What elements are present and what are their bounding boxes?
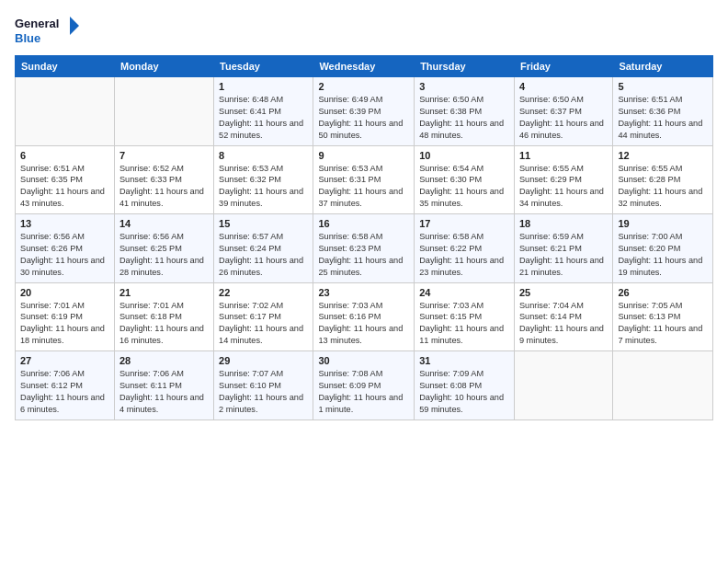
calendar-cell: 11Sunrise: 6:55 AM Sunset: 6:29 PM Dayli… [514,145,612,214]
calendar-cell [114,77,213,146]
calendar-cell: 12Sunrise: 6:55 AM Sunset: 6:28 PM Dayli… [613,145,713,214]
svg-text:General: General [15,17,59,30]
day-detail: Sunrise: 6:50 AM Sunset: 6:38 PM Dayligh… [419,94,509,142]
day-number: 21 [119,287,209,298]
day-detail: Sunrise: 6:52 AM Sunset: 6:33 PM Dayligh… [119,163,209,211]
day-detail: Sunrise: 7:07 AM Sunset: 6:10 PM Dayligh… [219,368,308,416]
calendar-cell: 25Sunrise: 7:04 AM Sunset: 6:14 PM Dayli… [514,282,612,351]
calendar-cell: 5Sunrise: 6:51 AM Sunset: 6:36 PM Daylig… [613,77,713,146]
day-number: 10 [419,150,509,161]
calendar-cell: 21Sunrise: 7:01 AM Sunset: 6:18 PM Dayli… [114,282,213,351]
weekday-header-wednesday: Wednesday [313,56,415,77]
day-number: 17 [419,218,509,229]
calendar-cell [514,351,612,420]
day-number: 31 [419,355,509,366]
calendar-cell: 9Sunrise: 6:53 AM Sunset: 6:31 PM Daylig… [313,145,415,214]
calendar-cell: 4Sunrise: 6:50 AM Sunset: 6:37 PM Daylig… [514,77,612,146]
calendar-cell: 2Sunrise: 6:49 AM Sunset: 6:39 PM Daylig… [313,77,415,146]
weekday-header-sunday: Sunday [16,56,115,77]
calendar-cell: 14Sunrise: 6:56 AM Sunset: 6:25 PM Dayli… [114,214,213,283]
calendar-cell: 24Sunrise: 7:03 AM Sunset: 6:15 PM Dayli… [415,282,515,351]
calendar-cell: 16Sunrise: 6:58 AM Sunset: 6:23 PM Dayli… [313,214,415,283]
day-detail: Sunrise: 6:57 AM Sunset: 6:24 PM Dayligh… [219,231,308,279]
day-number: 9 [318,150,409,161]
calendar-cell: 29Sunrise: 7:07 AM Sunset: 6:10 PM Dayli… [214,351,313,420]
day-number: 18 [519,218,608,229]
day-number: 29 [219,355,308,366]
day-detail: Sunrise: 6:54 AM Sunset: 6:30 PM Dayligh… [419,163,509,211]
day-detail: Sunrise: 7:04 AM Sunset: 6:14 PM Dayligh… [519,300,608,348]
calendar-cell: 18Sunrise: 6:59 AM Sunset: 6:21 PM Dayli… [514,214,612,283]
day-number: 13 [20,218,109,229]
calendar-cell [613,351,713,420]
logo-svg: General Blue [15,13,79,50]
day-number: 5 [618,81,708,92]
day-number: 27 [20,355,109,366]
weekday-header-saturday: Saturday [613,56,713,77]
calendar-cell: 22Sunrise: 7:02 AM Sunset: 6:17 PM Dayli… [214,282,313,351]
weekday-header-thursday: Thursday [415,56,515,77]
day-number: 8 [219,150,308,161]
day-detail: Sunrise: 7:02 AM Sunset: 6:17 PM Dayligh… [219,300,308,348]
day-number: 15 [219,218,308,229]
day-number: 7 [119,150,209,161]
calendar-cell: 17Sunrise: 6:58 AM Sunset: 6:22 PM Dayli… [415,214,515,283]
day-detail: Sunrise: 7:09 AM Sunset: 6:08 PM Dayligh… [419,368,509,416]
svg-text:Blue: Blue [15,31,40,45]
calendar-cell: 30Sunrise: 7:08 AM Sunset: 6:09 PM Dayli… [313,351,415,420]
calendar-cell: 28Sunrise: 7:06 AM Sunset: 6:11 PM Dayli… [114,351,213,420]
calendar-cell: 8Sunrise: 6:53 AM Sunset: 6:32 PM Daylig… [214,145,313,214]
day-detail: Sunrise: 6:53 AM Sunset: 6:31 PM Dayligh… [318,163,409,211]
day-number: 22 [219,287,308,298]
day-detail: Sunrise: 6:53 AM Sunset: 6:32 PM Dayligh… [219,163,308,211]
calendar-cell: 23Sunrise: 7:03 AM Sunset: 6:16 PM Dayli… [313,282,415,351]
day-detail: Sunrise: 7:01 AM Sunset: 6:18 PM Dayligh… [119,300,209,348]
day-number: 14 [119,218,209,229]
calendar-cell: 13Sunrise: 6:56 AM Sunset: 6:26 PM Dayli… [16,214,115,283]
day-detail: Sunrise: 7:06 AM Sunset: 6:12 PM Dayligh… [20,368,109,416]
day-detail: Sunrise: 7:05 AM Sunset: 6:13 PM Dayligh… [618,300,708,348]
day-detail: Sunrise: 6:56 AM Sunset: 6:26 PM Dayligh… [20,231,109,279]
calendar-cell: 27Sunrise: 7:06 AM Sunset: 6:12 PM Dayli… [16,351,115,420]
day-detail: Sunrise: 7:06 AM Sunset: 6:11 PM Dayligh… [119,368,209,416]
day-number: 24 [419,287,509,298]
calendar-cell: 6Sunrise: 6:51 AM Sunset: 6:35 PM Daylig… [16,145,115,214]
day-detail: Sunrise: 6:48 AM Sunset: 6:41 PM Dayligh… [219,94,308,142]
calendar-cell: 26Sunrise: 7:05 AM Sunset: 6:13 PM Dayli… [613,282,713,351]
calendar: SundayMondayTuesdayWednesdayThursdayFrid… [15,55,713,420]
day-detail: Sunrise: 6:55 AM Sunset: 6:29 PM Dayligh… [519,163,608,211]
day-number: 16 [318,218,409,229]
day-detail: Sunrise: 7:03 AM Sunset: 6:15 PM Dayligh… [419,300,509,348]
day-number: 6 [20,150,109,161]
calendar-cell: 31Sunrise: 7:09 AM Sunset: 6:08 PM Dayli… [415,351,515,420]
day-number: 2 [318,81,409,92]
day-number: 11 [519,150,608,161]
calendar-cell: 20Sunrise: 7:01 AM Sunset: 6:19 PM Dayli… [16,282,115,351]
day-number: 30 [318,355,409,366]
day-number: 12 [618,150,708,161]
day-detail: Sunrise: 6:58 AM Sunset: 6:23 PM Dayligh… [318,231,409,279]
day-number: 1 [219,81,308,92]
day-detail: Sunrise: 6:51 AM Sunset: 6:35 PM Dayligh… [20,163,109,211]
svg-marker-2 [70,17,79,35]
day-detail: Sunrise: 6:56 AM Sunset: 6:25 PM Dayligh… [119,231,209,279]
weekday-header-tuesday: Tuesday [214,56,313,77]
day-detail: Sunrise: 6:55 AM Sunset: 6:28 PM Dayligh… [618,163,708,211]
day-number: 28 [119,355,209,366]
day-detail: Sunrise: 7:03 AM Sunset: 6:16 PM Dayligh… [318,300,409,348]
day-number: 20 [20,287,109,298]
logo: General Blue [15,13,79,50]
weekday-header-friday: Friday [514,56,612,77]
day-detail: Sunrise: 6:59 AM Sunset: 6:21 PM Dayligh… [519,231,608,279]
day-detail: Sunrise: 6:49 AM Sunset: 6:39 PM Dayligh… [318,94,409,142]
calendar-cell: 7Sunrise: 6:52 AM Sunset: 6:33 PM Daylig… [114,145,213,214]
day-detail: Sunrise: 7:00 AM Sunset: 6:20 PM Dayligh… [618,231,708,279]
calendar-cell: 10Sunrise: 6:54 AM Sunset: 6:30 PM Dayli… [415,145,515,214]
day-number: 23 [318,287,409,298]
weekday-header-monday: Monday [114,56,213,77]
day-detail: Sunrise: 6:50 AM Sunset: 6:37 PM Dayligh… [519,94,608,142]
calendar-cell: 3Sunrise: 6:50 AM Sunset: 6:38 PM Daylig… [415,77,515,146]
day-detail: Sunrise: 6:58 AM Sunset: 6:22 PM Dayligh… [419,231,509,279]
day-detail: Sunrise: 7:08 AM Sunset: 6:09 PM Dayligh… [318,368,409,416]
calendar-cell [16,77,115,146]
